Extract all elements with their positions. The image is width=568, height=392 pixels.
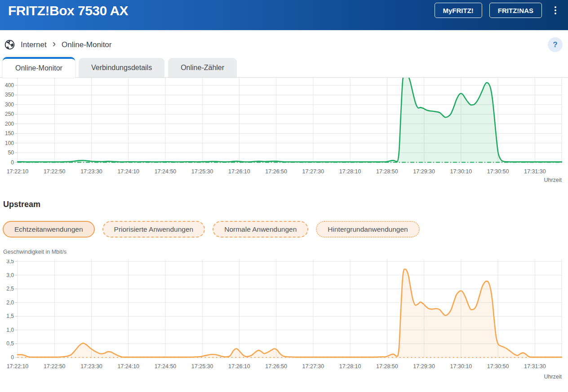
svg-text:17:30:50: 17:30:50	[487, 168, 509, 175]
svg-text:17:22:50: 17:22:50	[44, 363, 66, 370]
myfritz-button[interactable]: MyFRITZ!	[435, 3, 482, 18]
chevron-right-icon: ›	[53, 39, 56, 49]
svg-text:17:28:10: 17:28:10	[339, 168, 361, 175]
svg-text:17:30:10: 17:30:10	[450, 168, 472, 175]
svg-text:17:29:30: 17:29:30	[413, 363, 435, 370]
svg-text:17:27:30: 17:27:30	[302, 168, 324, 175]
svg-text:17:25:30: 17:25:30	[191, 363, 213, 370]
svg-text:17:23:30: 17:23:30	[80, 363, 102, 370]
svg-text:17:26:10: 17:26:10	[228, 363, 250, 370]
svg-text:0: 0	[11, 354, 14, 361]
svg-text:3,0: 3,0	[6, 272, 14, 278]
svg-text:2,0: 2,0	[6, 300, 14, 306]
breadcrumb-section[interactable]: Internet	[21, 40, 47, 49]
upstream-filter-pills: Echtzeitanwendungen Priorisierte Anwendu…	[3, 221, 568, 238]
svg-text:0: 0	[11, 159, 14, 166]
upstream-y-axis-unit-label: Geschwindigkeit in Mbit/s	[3, 249, 568, 255]
svg-text:17:24:50: 17:24:50	[155, 168, 177, 175]
upstream-heading: Upstream	[3, 199, 568, 209]
header-actions: MyFRITZ! FRITZ!NAS	[427, 3, 562, 18]
filter-echtzeitanwendungen[interactable]: Echtzeitanwendungen	[3, 221, 95, 238]
svg-text:17:24:10: 17:24:10	[117, 363, 139, 370]
svg-text:17:31:30: 17:31:30	[524, 363, 546, 370]
downstream-chart: 17:22:1017:22:5017:23:3017:24:1017:24:50…	[0, 78, 568, 185]
svg-text:3,5: 3,5	[6, 260, 14, 264]
fritznas-button[interactable]: FRITZ!NAS	[489, 3, 542, 18]
svg-text:1,0: 1,0	[6, 327, 14, 333]
filter-priorisierte-anwendungen[interactable]: Priorisierte Anwendungen	[102, 221, 205, 238]
tab-verbindungsdetails[interactable]: Verbindungsdetails	[79, 58, 164, 77]
svg-text:0,5: 0,5	[6, 340, 14, 347]
svg-text:17:22:10: 17:22:10	[7, 363, 29, 370]
help-button[interactable]: ?	[548, 37, 563, 52]
svg-text:17:27:30: 17:27:30	[302, 363, 324, 370]
app-title: FRITZ!Box 7530 AX	[8, 3, 128, 18]
svg-text:17:29:30: 17:29:30	[413, 168, 435, 175]
svg-text:17:24:10: 17:24:10	[117, 168, 139, 175]
filter-normale-anwendungen[interactable]: Normale Anwendungen	[213, 221, 308, 238]
tab-bar: Online-Monitor Verbindungsdetails Online…	[0, 57, 568, 78]
svg-text:17:26:50: 17:26:50	[265, 363, 287, 370]
breadcrumb-page: Online-Monitor	[62, 40, 112, 49]
svg-text:17:24:50: 17:24:50	[155, 363, 177, 370]
svg-text:17:28:10: 17:28:10	[339, 363, 361, 370]
svg-text:350: 350	[5, 92, 14, 98]
svg-text:1,5: 1,5	[6, 313, 14, 319]
svg-text:17:25:30: 17:25:30	[191, 168, 213, 175]
svg-text:50: 50	[8, 150, 14, 156]
filter-hintergrundanwendungen[interactable]: Hintergrundanwendungen	[316, 221, 419, 238]
svg-text:300: 300	[5, 101, 14, 108]
svg-text:17:26:50: 17:26:50	[265, 168, 287, 175]
overflow-menu-icon[interactable]	[553, 4, 558, 16]
svg-text:17:31:30: 17:31:30	[524, 168, 546, 175]
svg-text:17:28:50: 17:28:50	[376, 363, 398, 370]
tab-online-monitor[interactable]: Online-Monitor	[3, 57, 75, 78]
svg-text:2,5: 2,5	[6, 286, 14, 292]
svg-text:150: 150	[5, 130, 14, 137]
svg-text:100: 100	[5, 140, 14, 146]
upstream-chart: 17:22:1017:22:5017:23:3017:24:1017:24:50…	[0, 260, 568, 380]
app-header: FRITZ!Box 7530 AX MyFRITZ! FRITZ!NAS	[0, 0, 568, 31]
svg-text:17:28:50: 17:28:50	[376, 168, 398, 175]
svg-text:17:30:10: 17:30:10	[450, 363, 472, 370]
breadcrumb: Internet › Online-Monitor ?	[0, 31, 568, 57]
svg-text:17:23:30: 17:23:30	[80, 168, 102, 175]
svg-text:200: 200	[5, 121, 14, 127]
svg-text:Uhrzeit: Uhrzeit	[544, 374, 562, 380]
svg-text:17:30:50: 17:30:50	[487, 363, 509, 370]
svg-text:Uhrzeit: Uhrzeit	[544, 177, 562, 183]
svg-text:17:22:50: 17:22:50	[44, 168, 66, 175]
tab-online-zaehler[interactable]: Online-Zähler	[168, 58, 237, 77]
svg-text:17:26:10: 17:26:10	[228, 168, 250, 175]
svg-text:250: 250	[5, 111, 14, 117]
svg-text:400: 400	[5, 82, 14, 88]
svg-text:17:22:10: 17:22:10	[7, 168, 29, 175]
globe-icon	[4, 40, 15, 50]
